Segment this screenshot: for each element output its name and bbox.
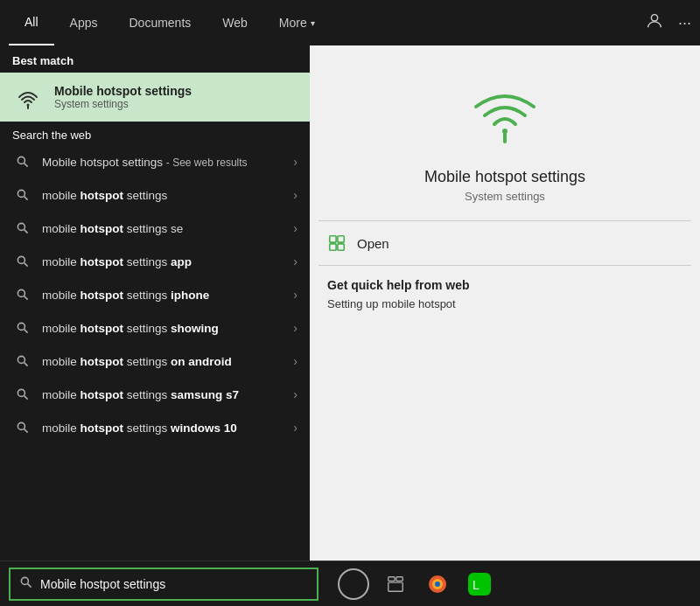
svg-rect-35 <box>468 573 491 596</box>
taskbar-search-input[interactable] <box>40 577 308 591</box>
top-nav-right: ··· <box>645 11 691 35</box>
chevron-right-icon: › <box>293 354 298 368</box>
list-item[interactable]: Mobile hotspot settings - See web result… <box>0 145 310 178</box>
chevron-right-icon: › <box>293 188 298 202</box>
nav-tabs: All Apps Documents Web More ▾ <box>9 0 645 45</box>
svg-line-6 <box>24 197 28 200</box>
list-item[interactable]: mobile hotspot settings showing › <box>0 311 310 345</box>
tab-all-label: All <box>24 15 38 29</box>
search-icon <box>12 384 33 405</box>
open-icon <box>327 233 346 253</box>
chevron-down-icon: ▾ <box>311 18 315 28</box>
taskbar: L <box>0 561 700 606</box>
list-item[interactable]: mobile hotspot settings › <box>0 178 310 212</box>
list-item[interactable]: mobile hotspot settings se › <box>0 212 310 245</box>
svg-point-22 <box>502 129 508 134</box>
person-icon[interactable] <box>645 11 664 35</box>
search-item-text: mobile hotspot settings app <box>42 255 290 268</box>
search-icon <box>12 351 33 372</box>
svg-line-16 <box>24 363 28 366</box>
best-match-text: Mobile hotspot settings System settings <box>54 84 192 110</box>
search-item-text: Mobile hotspot settings - See web result… <box>42 156 290 169</box>
right-panel: Mobile hotspot settings System settings … <box>310 45 700 561</box>
search-icon <box>12 417 33 438</box>
tab-documents[interactable]: Documents <box>113 0 206 45</box>
search-icon <box>12 185 33 205</box>
best-match-label: Best match <box>0 45 310 73</box>
tab-all[interactable]: All <box>9 0 54 45</box>
search-item-text: mobile hotspot settings windows 10 <box>42 421 290 435</box>
svg-line-12 <box>24 296 28 300</box>
svg-point-7 <box>18 223 24 230</box>
search-item-text: mobile hotspot settings showing <box>42 322 290 335</box>
chevron-right-icon: › <box>293 387 298 401</box>
tab-web-label: Web <box>222 16 248 30</box>
list-item[interactable]: mobile hotspot settings samsung s7 › <box>0 378 310 411</box>
open-label: Open <box>357 236 389 251</box>
svg-line-28 <box>28 584 32 588</box>
svg-rect-29 <box>388 576 395 581</box>
hotspot-small-icon <box>12 81 44 113</box>
list-item[interactable]: mobile hotspot settings windows 10 › <box>0 411 310 444</box>
taskbar-search-box[interactable] <box>9 568 318 601</box>
chevron-right-icon: › <box>293 421 298 435</box>
search-icon <box>12 151 33 172</box>
svg-point-15 <box>18 356 24 363</box>
taskbar-icons: L <box>336 567 497 602</box>
tab-apps-label: Apps <box>70 16 98 30</box>
svg-point-3 <box>18 157 24 164</box>
circle-icon <box>338 568 369 600</box>
svg-line-18 <box>24 396 28 400</box>
svg-point-27 <box>21 577 28 584</box>
tab-more[interactable]: More ▾ <box>263 0 331 45</box>
search-item-text: mobile hotspot settings iphone <box>42 289 290 302</box>
search-icon <box>12 317 33 338</box>
svg-point-11 <box>18 289 24 296</box>
tab-documents-label: Documents <box>129 16 191 30</box>
taskbar-circle-button[interactable] <box>336 567 371 602</box>
tab-apps[interactable]: Apps <box>54 0 114 45</box>
taskbar-search-icon <box>19 575 33 592</box>
main-content: Best match Mobile hotspot settings Syste… <box>0 45 700 561</box>
svg-line-10 <box>24 263 28 267</box>
open-action[interactable]: Open <box>310 221 700 265</box>
svg-line-14 <box>24 330 28 333</box>
list-item[interactable]: mobile hotspot settings iphone › <box>0 278 310 311</box>
svg-rect-31 <box>388 582 403 591</box>
svg-line-8 <box>24 230 28 233</box>
list-item[interactable]: mobile hotspot settings on android › <box>0 345 310 378</box>
taskbar-split-icon[interactable] <box>378 567 413 602</box>
svg-point-9 <box>18 256 24 263</box>
right-top: Mobile hotspot settings System settings <box>310 45 700 220</box>
svg-text:L: L <box>472 578 480 592</box>
search-item-text: mobile hotspot settings samsung s7 <box>42 388 290 401</box>
svg-point-34 <box>435 582 440 587</box>
top-nav: All Apps Documents Web More ▾ ··· <box>0 0 700 45</box>
search-web-label: Search the web <box>0 122 310 145</box>
ellipsis-icon[interactable]: ··· <box>678 14 691 32</box>
taskbar-firefox-icon[interactable] <box>420 567 455 602</box>
chevron-right-icon: › <box>293 321 298 335</box>
chevron-right-icon: › <box>293 254 298 268</box>
search-icon <box>12 284 33 305</box>
svg-rect-26 <box>338 244 344 250</box>
right-subtitle: System settings <box>465 190 545 203</box>
chevron-right-icon: › <box>293 155 298 169</box>
best-match-title: Mobile hotspot settings <box>54 84 192 98</box>
chevron-right-icon: › <box>293 221 298 235</box>
svg-line-4 <box>24 164 28 167</box>
quick-help-link[interactable]: Setting up mobile hotspot <box>327 297 682 310</box>
tab-web[interactable]: Web <box>206 0 263 45</box>
search-item-text: mobile hotspot settings <box>42 189 290 202</box>
list-item[interactable]: mobile hotspot settings app › <box>0 245 310 278</box>
best-match-item[interactable]: Mobile hotspot settings System settings <box>0 73 310 122</box>
svg-point-5 <box>18 190 24 197</box>
quick-help-title: Get quick help from web <box>327 278 682 292</box>
svg-line-20 <box>24 429 28 433</box>
hotspot-large-icon <box>466 72 544 154</box>
taskbar-line-icon[interactable]: L <box>462 567 497 602</box>
svg-point-19 <box>18 422 24 429</box>
search-icon <box>12 251 33 272</box>
search-item-text: mobile hotspot settings on android <box>42 355 290 368</box>
chevron-right-icon: › <box>293 288 298 302</box>
